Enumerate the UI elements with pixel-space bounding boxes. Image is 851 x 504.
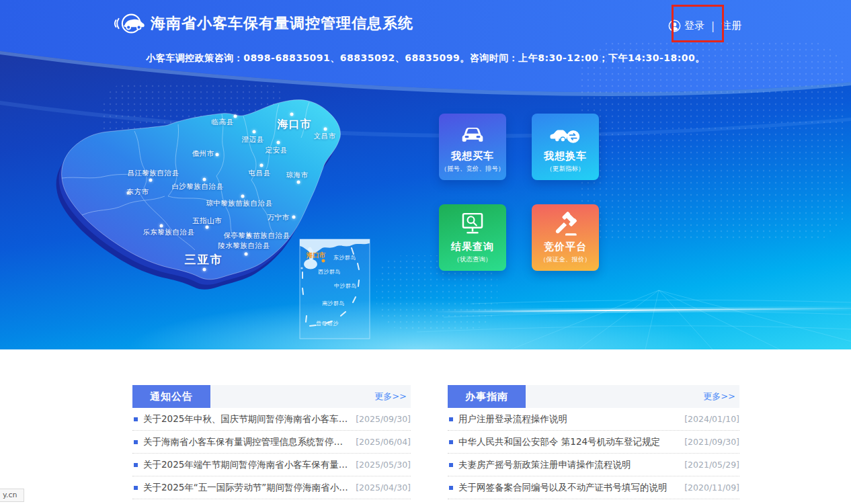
register-button[interactable]: 注册 <box>721 19 741 32</box>
list-item[interactable]: 关于2025年端午节期间暂停海南省小客车保有量调控政策咨...[2025/05/… <box>132 454 411 476</box>
hainan-map <box>40 94 417 349</box>
list-item[interactable]: 关于2025年中秋、国庆节期间暂停海南省小客车保有量调控...[2025/09/… <box>132 408 411 431</box>
news-date: [2025/06/04] <box>356 437 411 447</box>
bullet-icon <box>449 440 453 444</box>
monitor-search-icon <box>458 211 487 237</box>
car-swap-icon <box>549 120 582 146</box>
news-date: [2021/05/29] <box>684 460 739 470</box>
link-preview-tooltip: y.cn <box>0 489 24 502</box>
hero-banner: 海口市 临高县海口市文昌市澄迈县定安县儋州市屯昌县琼海市昌江黎族自治县白沙黎族自… <box>0 0 851 349</box>
panel-header: 通知公告 更多>> <box>132 385 411 408</box>
bullet-icon <box>134 486 138 490</box>
action-title: 我想买车 <box>451 150 494 163</box>
bullet-icon <box>134 440 138 444</box>
news-title: 关于2025年中秋、国庆节期间暂停海南省小客车保有量调控... <box>143 413 349 425</box>
more-link-notices[interactable]: 更多>> <box>374 390 407 403</box>
list-item[interactable]: 中华人民共和国公安部令 第124号机动车登记规定[2021/09/30] <box>448 431 739 454</box>
notices-list: 关于2025年中秋、国庆节期间暂停海南省小客车保有量调控...[2025/09/… <box>132 408 411 499</box>
login-label: 登录 <box>684 19 704 32</box>
list-item[interactable]: 关于海南省小客车保有量调控管理信息系统暂停服务的通知[2025/06/04] <box>132 431 411 454</box>
south-china-sea-inset <box>300 239 370 339</box>
guide-list: 用户注册登录流程操作说明[2024/01/10]中华人民共和国公安部令 第124… <box>448 408 739 499</box>
bullet-icon <box>449 486 453 490</box>
bullet-icon <box>134 463 138 467</box>
news-date: [2025/09/30] <box>356 414 411 424</box>
action-title: 竞价平台 <box>544 241 587 253</box>
news-title: 关于2025年“五一国际劳动节”期间暂停海南省小客车保有量... <box>143 482 349 494</box>
action-title: 结果查询 <box>451 241 494 253</box>
more-link-guide[interactable]: 更多>> <box>703 390 735 403</box>
news-date: [2024/01/10] <box>684 414 739 424</box>
panel-tab-notices: 通知公告 <box>132 385 210 408</box>
action-subtitle: （更新指标） <box>546 165 585 173</box>
action-title: 我想换车 <box>544 150 587 163</box>
action-replace-car-button[interactable]: 我想换车 （更新指标） <box>532 114 599 180</box>
panel-notices: 通知公告 更多>> 关于2025年中秋、国庆节期间暂停海南省小客车保有量调控..… <box>132 385 411 499</box>
list-item[interactable]: 关于网签备案合同编号以及不动产证书号填写的说明[2020/11/09] <box>448 476 739 499</box>
action-subtitle: （保证金、报价） <box>540 255 591 264</box>
list-item[interactable]: 夫妻房产摇号新政策注册申请操作流程说明[2021/05/29] <box>448 454 739 476</box>
news-date: [2025/05/30] <box>356 460 411 470</box>
bullet-icon <box>449 417 453 421</box>
action-subtitle: （状态查询） <box>454 255 492 264</box>
car-front-icon <box>458 120 487 146</box>
policy-hotline-infobar: 小客车调控政策咨询：0898-68835091、68835092、6883509… <box>0 52 851 65</box>
action-buy-car-button[interactable]: 我想买车 （摇号、竞价、排号） <box>439 114 506 180</box>
quick-actions: 我想买车 （摇号、竞价、排号） 我想换车 （更新指标） <box>439 114 599 271</box>
list-item[interactable]: 用户注册登录流程操作说明[2024/01/10] <box>448 408 739 431</box>
bullet-icon <box>449 463 453 467</box>
car-logo-icon <box>112 9 147 38</box>
news-panels: 通知公告 更多>> 关于2025年中秋、国庆节期间暂停海南省小客车保有量调控..… <box>132 385 739 499</box>
bullet-icon <box>134 417 138 421</box>
news-title: 关于2025年端午节期间暂停海南省小客车保有量调控政策咨... <box>143 459 349 471</box>
panel-tab-guide: 办事指南 <box>448 385 526 408</box>
news-title: 关于海南省小客车保有量调控管理信息系统暂停服务的通知 <box>143 436 349 448</box>
news-title: 用户注册登录流程操作说明 <box>458 413 678 425</box>
person-icon <box>668 19 681 32</box>
news-date: [2020/11/09] <box>684 482 739 493</box>
list-item[interactable]: 关于2025年“五一国际劳动节”期间暂停海南省小客车保有量...[2025/04… <box>132 476 411 499</box>
action-subtitle: （摇号、竞价、排号） <box>441 165 505 173</box>
page: { "header": { "title": "海南省小客车保有量调控管理信息系… <box>0 0 851 504</box>
panel-header: 办事指南 更多>> <box>448 385 739 408</box>
panel-guide: 办事指南 更多>> 用户注册登录流程操作说明[2024/01/10]中华人民共和… <box>448 385 739 499</box>
news-date: [2025/04/30] <box>356 482 411 493</box>
register-label: 注册 <box>721 19 741 32</box>
action-result-query-button[interactable]: 结果查询 （状态查询） <box>439 204 506 271</box>
logo-home-link[interactable]: 海南省小客车保有量调控管理信息系统 <box>112 9 413 38</box>
news-title: 夫妻房产摇号新政策注册申请操作流程说明 <box>458 459 678 471</box>
auth-separator: | <box>711 20 715 32</box>
auth-links: 登录 | 注册 <box>668 19 741 32</box>
news-title: 中华人民共和国公安部令 第124号机动车登记规定 <box>458 436 678 448</box>
site-title: 海南省小客车保有量调控管理信息系统 <box>151 13 413 34</box>
action-bidding-platform-button[interactable]: 竞价平台 （保证金、报价） <box>532 204 599 271</box>
news-title: 关于网签备案合同编号以及不动产证书号填写的说明 <box>458 482 678 494</box>
news-date: [2021/09/30] <box>684 437 739 447</box>
login-button[interactable]: 登录 <box>668 19 704 32</box>
gavel-icon <box>551 211 579 237</box>
